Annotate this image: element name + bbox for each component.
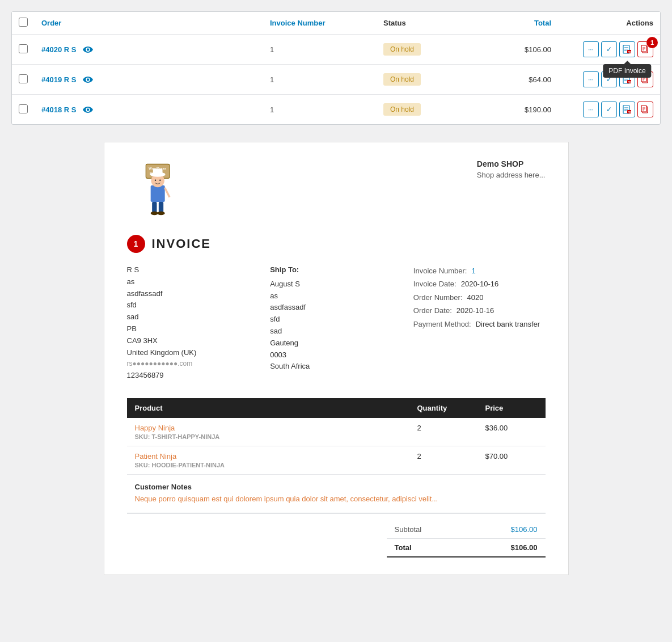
ship-to-line1: as — [270, 290, 402, 302]
more-btn-4019[interactable]: ··· — [583, 71, 599, 87]
customer-notes-section: Customer Notes Neque porro quisquam est … — [127, 475, 546, 513]
col-header-order: Order — [35, 12, 263, 35]
product-qty-1: 2 — [409, 446, 477, 475]
col-header-invoice: Invoice Number — [263, 12, 377, 35]
invoice-addresses: R S as asdfassadf sfd sad PB CA9 3HX Uni… — [127, 264, 546, 381]
bill-to-line7: United Kingdom (UK) — [127, 347, 259, 359]
view-icon-4018[interactable] — [83, 105, 93, 114]
grand-total-row: Total $106.00 — [387, 539, 546, 557]
orders-table-container: Order Invoice Number Status Total Action… — [11, 11, 661, 125]
ship-to-line7: South Africa — [270, 361, 402, 373]
status-badge-4018: On hold — [383, 103, 421, 116]
order-link-4019[interactable]: #4019 R S — [41, 75, 76, 84]
meta-invoice-number: Invoice Number: 1 — [413, 264, 546, 277]
invoice-header: WordPress Mechanic — [127, 159, 546, 218]
shop-name: Demo SHOP — [477, 159, 546, 168]
subtotal-row: Subtotal $106.00 — [387, 521, 546, 539]
meta-order-number: Order Number: 4020 — [413, 291, 546, 304]
pdf-btn-4018[interactable]: PDF — [619, 102, 635, 117]
svg-point-46 — [157, 212, 164, 216]
customer-notes-label: Customer Notes — [135, 483, 538, 491]
ship-to-line4: sad — [270, 326, 402, 337]
invoice-badge-4020: 1 — [646, 37, 658, 48]
customer-notes-text: Neque porro quisquam est qui dolorem ips… — [135, 493, 538, 505]
ship-to-line5: Gauteng — [270, 337, 402, 349]
svg-rect-40 — [153, 169, 162, 176]
more-btn-4020[interactable]: ··· — [583, 41, 599, 57]
ship-to-line3: sfd — [270, 314, 402, 326]
row-checkbox-4019[interactable] — [19, 74, 28, 83]
bill-to-block: R S as asdfassadf sfd sad PB CA9 3HX Uni… — [127, 264, 259, 381]
pdf-btn-container-4020: PDF PDF Invoice — [619, 41, 635, 57]
svg-point-41 — [154, 179, 156, 181]
meta-payment-method: Payment Method: Direct bank transfer — [413, 318, 546, 331]
bill-to-line3: sfd — [127, 299, 259, 311]
bill-to-line1: as — [127, 276, 259, 288]
invoice-number-4019: 1 — [270, 75, 274, 84]
svg-text:PDF: PDF — [628, 50, 632, 53]
product-col-header: Product — [127, 398, 409, 418]
product-price-1: $70.00 — [477, 446, 546, 475]
product-row-1: Patient Ninja SKU: HOODIE-PATIENT-NINJA … — [127, 446, 546, 475]
svg-rect-44 — [158, 202, 163, 212]
view-icon-4019[interactable] — [83, 75, 93, 84]
product-name-0: Happy Ninja — [135, 424, 401, 432]
totals-section: Subtotal $106.00 Total $106.00 — [387, 516, 546, 557]
svg-point-42 — [159, 179, 161, 181]
order-link-4020[interactable]: #4020 R S — [41, 45, 76, 54]
svg-rect-37 — [150, 185, 164, 202]
invoice-title-row: 1 INVOICE — [127, 235, 546, 253]
svg-point-45 — [150, 212, 158, 216]
invoice-number-4018: 1 — [270, 105, 274, 114]
pdf-tooltip-4020: PDF Invoice — [603, 64, 651, 78]
pdf-icon-4018: PDF — [623, 105, 632, 114]
svg-line-47 — [164, 188, 169, 197]
svg-text:PDF: PDF — [628, 111, 632, 113]
ship-to-name: August S — [270, 278, 402, 290]
col-header-status: Status — [377, 12, 467, 35]
table-row: #4020 R S 1 On hold $106. — [12, 35, 660, 65]
bill-to-line5: PB — [127, 323, 259, 335]
shop-logo-svg: WordPress Mechanic — [127, 159, 184, 216]
invoice-meta: Invoice Number: 1 Invoice Date: 2020-10-… — [413, 264, 546, 381]
copy-btn-4018[interactable] — [637, 102, 653, 117]
total-4020: $106.00 — [474, 45, 551, 54]
ship-to-block: Ship To: August S as asdfassadf sfd sad … — [270, 264, 402, 381]
bill-to-phone: 123456879 — [127, 370, 259, 382]
order-link-4018[interactable]: #4018 R S — [41, 105, 76, 114]
svg-rect-7 — [641, 45, 646, 52]
ship-to-label: Ship To: — [270, 264, 402, 276]
product-table: Product Quantity Price Happy Ninja SKU: … — [127, 398, 546, 514]
quantity-col-header: Quantity — [409, 398, 477, 418]
ship-to-line2: asdfassadf — [270, 302, 402, 314]
product-sku-0: SKU: T-SHIRT-HAPPY-NINJA — [135, 433, 401, 440]
col-header-actions: Actions — [558, 12, 660, 35]
bill-to-email: rs●●●●●●●●●●●.com — [127, 358, 259, 369]
shop-info: Demo SHOP Shop address here... — [477, 159, 546, 179]
check-btn-4020[interactable]: ✓ — [601, 41, 617, 57]
check-btn-4018[interactable]: ✓ — [601, 102, 617, 117]
action-buttons-4020: ··· ✓ — [565, 41, 653, 57]
shop-logo-container: WordPress Mechanic — [127, 159, 184, 218]
row-checkbox-4018[interactable] — [19, 104, 28, 113]
invoice-title: INVOICE — [152, 236, 211, 251]
bill-to-line6: CA9 3HX — [127, 335, 259, 347]
product-price-0: $36.00 — [477, 418, 546, 446]
meta-order-date: Order Date: 2020-10-16 — [413, 304, 546, 317]
more-btn-4018[interactable]: ··· — [583, 102, 599, 117]
copy-icon-4018 — [641, 105, 650, 114]
product-qty-0: 2 — [409, 418, 477, 446]
product-sku-1: SKU: HOODIE-PATIENT-NINJA — [135, 462, 401, 468]
price-col-header: Price — [477, 398, 546, 418]
bill-to-line2: asdfassadf — [127, 288, 259, 300]
total-4019: $64.00 — [474, 75, 551, 84]
row-checkbox-4020[interactable] — [19, 44, 28, 53]
totals-section-wrapper: Subtotal $106.00 Total $106.00 — [127, 516, 546, 557]
select-all-checkbox[interactable] — [19, 18, 28, 27]
action-buttons-4018: ··· ✓ — [565, 102, 653, 117]
col-header-total: Total — [467, 12, 558, 35]
pdf-btn-4020[interactable]: PDF — [619, 41, 635, 57]
view-icon-4020[interactable] — [83, 45, 93, 54]
meta-invoice-date: Invoice Date: 2020-10-16 — [413, 277, 546, 290]
product-row-0: Happy Ninja SKU: T-SHIRT-HAPPY-NINJA 2 $… — [127, 418, 546, 446]
